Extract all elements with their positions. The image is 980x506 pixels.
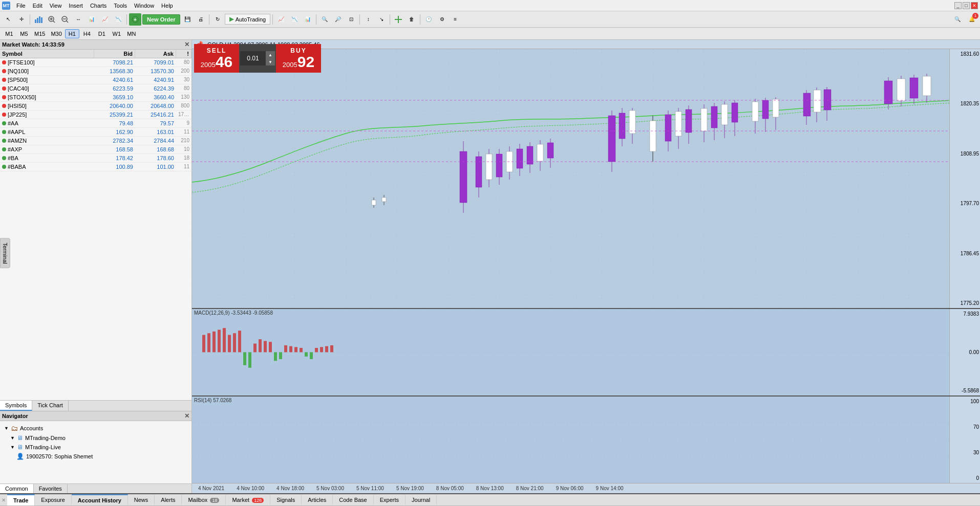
fix-scale-btn[interactable]: ↕ xyxy=(362,13,374,26)
menu-insert[interactable]: Insert xyxy=(66,2,86,10)
tab-common[interactable]: Common xyxy=(0,484,34,493)
market-watch-row[interactable]: [FTSE100] 7098.21 7099.01 80 xyxy=(0,58,191,67)
market-watch-row[interactable]: [STOXX50] 3659.10 3660.40 130 xyxy=(0,93,191,102)
market-watch-row[interactable]: [SP500] 4240.61 4240.91 30 xyxy=(0,76,191,84)
market-watch-row[interactable]: [HSI50] 20640.00 20648.00 800 xyxy=(0,102,191,111)
buy-button[interactable]: BUY 2005 92 xyxy=(276,44,321,73)
market-watch-row[interactable]: #AA 79.48 79.57 9 xyxy=(0,119,191,128)
side-tab[interactable]: Terminal xyxy=(0,238,10,269)
tab-exposure[interactable]: Exposure xyxy=(35,495,71,505)
tab-code-base[interactable]: Code Base xyxy=(333,495,373,505)
market-watch-row[interactable]: #BABA 100.89 101.00 11 xyxy=(0,163,191,171)
price-input[interactable] xyxy=(240,54,266,63)
tf-d1[interactable]: D1 xyxy=(95,29,109,38)
add-btn[interactable] xyxy=(392,13,404,26)
tf-w1[interactable]: W1 xyxy=(110,29,124,38)
nav-demo[interactable]: ▼ 🖥 MTrading-Demo xyxy=(8,433,189,443)
market-watch-row[interactable]: #AXP 168.58 168.68 10 xyxy=(0,145,191,154)
tab-mailbox[interactable]: Mailbox 18 xyxy=(182,495,226,505)
user-label: 19002570: Sophia Shemet xyxy=(26,453,93,459)
tab-articles[interactable]: Articles xyxy=(302,495,333,505)
main-chart[interactable]: 1831.60 1820.35 1808.95 1797.70 1786.45 … xyxy=(192,49,980,309)
mw-symbol: #BA xyxy=(0,154,94,162)
menu-tools[interactable]: Tools xyxy=(111,2,130,10)
indicator-btn2[interactable]: 📉 xyxy=(288,13,301,26)
market-watch-row[interactable]: [JP225] 25399.21 25416.21 1700 xyxy=(0,111,191,119)
mw-bid: 13568.30 xyxy=(94,67,135,75)
menu-help[interactable]: Help xyxy=(158,2,176,10)
tab-journal[interactable]: Journal xyxy=(406,495,437,505)
menu-view[interactable]: View xyxy=(47,2,65,10)
price-up-arrow[interactable]: ▲ xyxy=(266,51,275,58)
terminal-close-icon[interactable]: ✕ xyxy=(0,494,7,505)
tab-favorites[interactable]: Favorites xyxy=(34,484,68,493)
market-watch-close[interactable]: ✕ xyxy=(184,41,189,48)
print-btn[interactable]: 🖨 xyxy=(195,13,207,26)
svg-rect-81 xyxy=(910,78,918,98)
indicator-btn1[interactable]: 📈 xyxy=(275,13,287,26)
menu-charts[interactable]: Charts xyxy=(87,2,110,10)
delete-btn[interactable]: 🗑 xyxy=(406,13,418,26)
zoom-chart-out[interactable]: 🔎 xyxy=(332,13,344,26)
tab-trade[interactable]: Trade xyxy=(7,494,35,505)
nav-accounts[interactable]: ▼ 🗂 Accounts xyxy=(2,423,189,433)
new-order-button[interactable]: New Order xyxy=(142,14,180,25)
zoom-out-btn[interactable] xyxy=(59,13,71,26)
market-watch-row[interactable]: [CAC40] 6223.59 6224.39 80 xyxy=(0,84,191,93)
chart-btn-3[interactable]: 📉 xyxy=(112,13,124,26)
fit-chart[interactable]: ⊡ xyxy=(345,13,357,26)
chart-btn-2[interactable]: 📈 xyxy=(99,13,111,26)
tf-h4[interactable]: H4 xyxy=(80,29,94,38)
dot-indicator xyxy=(2,104,6,108)
new-chart-btn[interactable] xyxy=(32,13,45,26)
autotrading-button[interactable]: ▶ AutoTrading xyxy=(225,14,271,25)
cursor-tool[interactable]: ↖ xyxy=(2,13,14,26)
maximize-button[interactable]: □ xyxy=(963,2,970,9)
zoom-in-btn[interactable] xyxy=(46,13,58,26)
menu-edit[interactable]: Edit xyxy=(30,2,46,10)
market-watch-row[interactable]: #AAPL 162.90 163.01 11 xyxy=(0,128,191,137)
more-btn[interactable]: ≡ xyxy=(449,13,461,26)
tf-h1[interactable]: H1 xyxy=(65,29,79,38)
tf-m30[interactable]: M30 xyxy=(48,29,64,38)
nav-live[interactable]: ▼ 🖥 MTrading-Live xyxy=(8,443,189,452)
tab-news[interactable]: News xyxy=(128,495,155,505)
price-down-arrow[interactable]: ▼ xyxy=(266,58,275,65)
tab-account-history[interactable]: Account History xyxy=(72,494,128,505)
zoom-chart-in[interactable]: 🔍 xyxy=(318,13,331,26)
market-watch-row[interactable]: #BA 178.42 178.60 18 xyxy=(0,154,191,163)
search-btn[interactable]: 🔍 xyxy=(951,13,964,26)
close-button[interactable]: ✕ xyxy=(971,2,978,9)
refresh-btn[interactable]: ↻ xyxy=(211,13,224,26)
tf-m15[interactable]: M15 xyxy=(32,29,48,38)
menu-file[interactable]: File xyxy=(13,2,29,10)
svg-rect-120 xyxy=(320,347,323,353)
tf-m5[interactable]: M5 xyxy=(17,29,31,38)
minimize-button[interactable]: _ xyxy=(954,2,962,9)
tab-tick-chart[interactable]: Tick Chart xyxy=(32,401,69,411)
tf-mn[interactable]: MN xyxy=(124,29,139,38)
sell-button[interactable]: SELL 2005 46 xyxy=(194,44,239,73)
tab-signals[interactable]: Signals xyxy=(270,495,302,505)
tab-experts[interactable]: Experts xyxy=(374,495,406,505)
col-symbol: Symbol xyxy=(0,50,94,58)
tab-market[interactable]: Market 126 xyxy=(226,495,270,505)
navigator-close[interactable]: ✕ xyxy=(184,412,189,420)
tab-symbols[interactable]: Symbols xyxy=(0,401,32,411)
dot-indicator xyxy=(2,156,6,160)
tab-alerts[interactable]: Alerts xyxy=(155,495,182,505)
menu-window[interactable]: Window xyxy=(131,2,157,10)
clock-btn[interactable]: 🕐 xyxy=(422,13,435,26)
autoscroll-btn[interactable]: ↔ xyxy=(72,13,84,26)
save-btn[interactable]: 💾 xyxy=(181,13,194,26)
notification-btn[interactable]: 🔔 1 xyxy=(966,13,978,26)
crosshair-tool[interactable]: ✛ xyxy=(15,13,28,26)
tf-m1[interactable]: M1 xyxy=(2,29,16,38)
indicator-btn3[interactable]: 📊 xyxy=(302,13,314,26)
chart-btn-1[interactable]: 📊 xyxy=(86,13,98,26)
fix-right-btn[interactable]: ↘ xyxy=(375,13,388,26)
nav-user[interactable]: 👤 19002570: Sophia Shemet xyxy=(14,452,189,461)
market-watch-row[interactable]: #AMZN 2782.34 2784.44 210 xyxy=(0,137,191,145)
market-watch-row[interactable]: [NQ100] 13568.30 13570.30 200 xyxy=(0,67,191,76)
settings-btn[interactable]: ⚙ xyxy=(436,13,448,26)
